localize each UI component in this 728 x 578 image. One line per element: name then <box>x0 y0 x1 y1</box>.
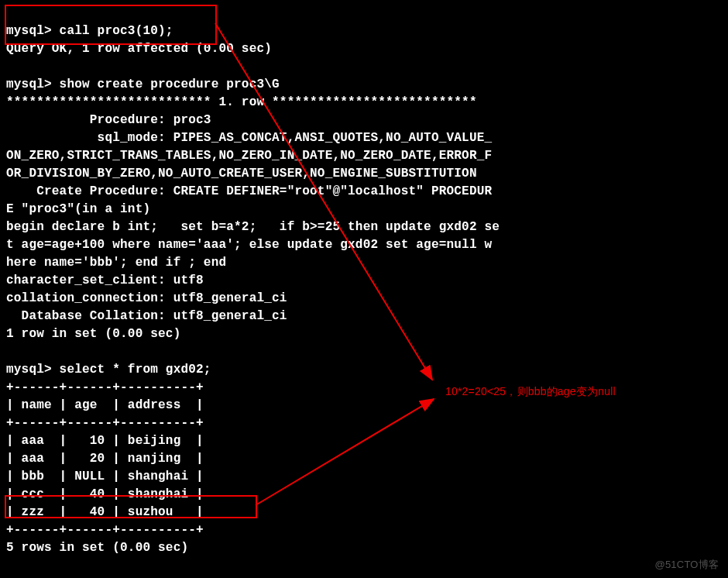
terminal-line: t age=age+100 where name='aaa'; else upd… <box>6 238 492 252</box>
terminal-line: begin declare b int; set b=a*2; if b>=25… <box>6 220 500 234</box>
terminal-line: mysql> show create procedure proc3\G <box>6 77 280 91</box>
terminal-line: | bbb | NULL | shanghai | <box>6 470 204 483</box>
terminal-line: E "proc3"(in a int) <box>6 202 150 216</box>
terminal-line: +------+------+----------+ <box>6 523 204 537</box>
terminal-output: mysql> call proc3(10); Query OK, 1 row a… <box>0 0 728 562</box>
terminal-line: | name | age | address | <box>6 398 204 412</box>
terminal-line: +------+------+----------+ <box>6 416 204 430</box>
terminal-line: *************************** 1. row *****… <box>6 95 477 109</box>
watermark: @51CTO博客 <box>655 558 719 572</box>
terminal-line: +------+------+----------+ <box>6 380 204 394</box>
terminal-line: collation_connection: utf8_general_ci <box>6 291 287 305</box>
terminal-line: OR_DIVISION_BY_ZERO,NO_AUTO_CREATE_USER,… <box>6 167 477 181</box>
terminal-line: 5 rows in set (0.00 sec) <box>6 541 188 555</box>
terminal-line: Create Procedure: CREATE DEFINER="root"@… <box>6 184 492 198</box>
terminal-line: Database Collation: utf8_general_ci <box>6 309 287 323</box>
terminal-line: | zzz | 40 | suzhou | <box>6 505 204 519</box>
terminal-line: mysql> select * from gxd02; <box>6 363 211 377</box>
terminal-line: character_set_client: utf8 <box>6 274 204 287</box>
terminal-line: Query OK, 1 row affected (0.00 sec) <box>6 42 272 56</box>
terminal-line: mysql> call proc3(10); <box>6 24 173 38</box>
terminal-line: sql_mode: PIPES_AS_CONCAT,ANSI_QUOTES,NO… <box>6 131 492 145</box>
terminal-line: 1 row in set (0.00 sec) <box>6 327 180 341</box>
terminal-line: Procedure: proc3 <box>6 113 211 127</box>
terminal-line: ON_ZERO,STRICT_TRANS_TABLES,NO_ZERO_IN_D… <box>6 149 492 163</box>
terminal-line: | aaa | 10 | beijing | <box>6 434 204 448</box>
annotation-text: 10*2=20<25，则bbb的age变为null <box>445 385 616 399</box>
terminal-line: | aaa | 20 | nanjing | <box>6 452 204 466</box>
terminal-line: here name='bbb'; end if ; end <box>6 256 226 270</box>
terminal-line: | ccc | 40 | shanghai | <box>6 487 204 501</box>
